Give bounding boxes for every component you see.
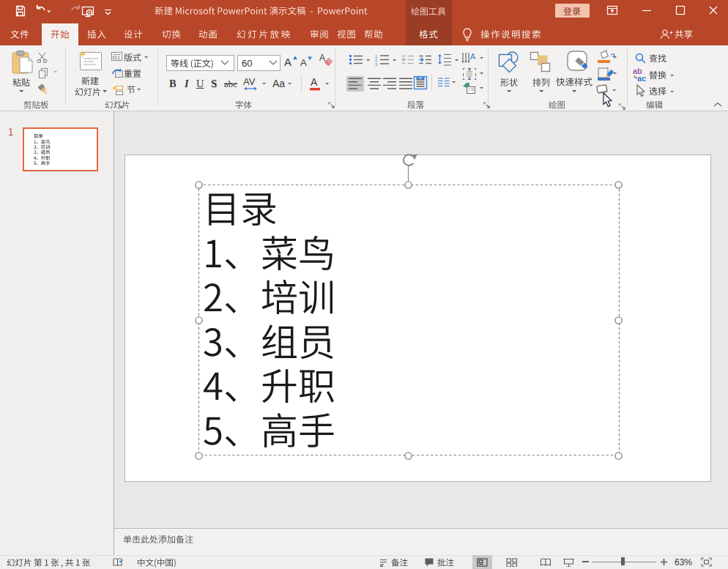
svg-text:A: A: [311, 76, 318, 88]
svg-text:A: A: [319, 53, 325, 63]
svg-text:3: 3: [375, 62, 377, 67]
svg-text:A: A: [470, 52, 476, 61]
svg-text:ac: ac: [637, 74, 646, 82]
svg-text:AV: AV: [243, 76, 256, 87]
